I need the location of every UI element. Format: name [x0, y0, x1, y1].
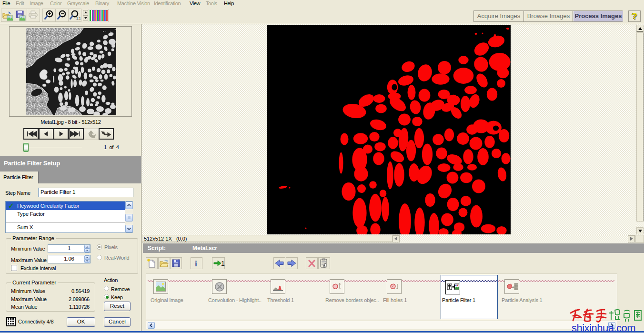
svg-text:1: 1 — [221, 260, 225, 267]
svg-text:i: i — [195, 259, 197, 268]
svg-text:1:1: 1:1 — [76, 17, 80, 20]
